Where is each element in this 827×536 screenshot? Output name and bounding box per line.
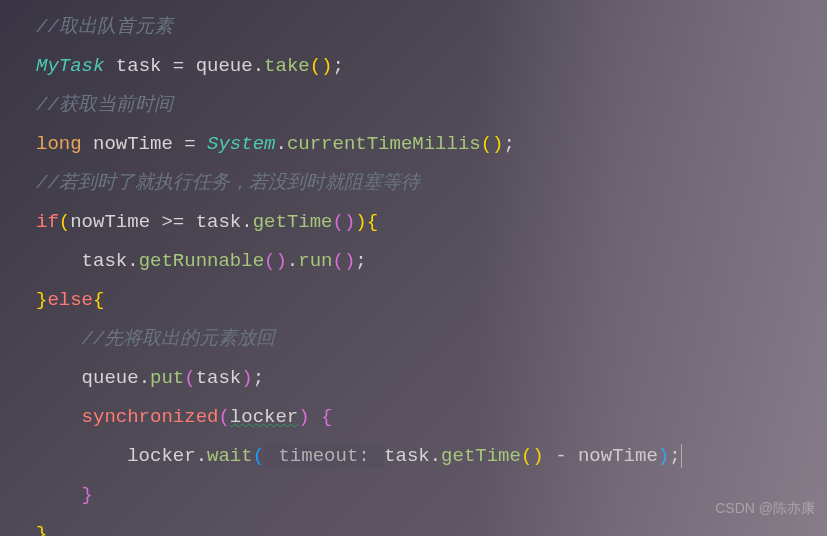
text-cursor	[681, 444, 682, 468]
semicolon: ;	[355, 250, 366, 272]
code-line-6[interactable]: if(nowTime >= task.getTime()){	[36, 203, 827, 242]
argument: task	[384, 445, 430, 467]
variable-name: nowTime	[567, 445, 658, 467]
variable-name: nowTime	[70, 211, 161, 233]
method-name: getRunnable	[139, 250, 264, 272]
dot: .	[139, 367, 150, 389]
code-line-8[interactable]: }else{	[36, 281, 827, 320]
variable-name: nowTime	[82, 133, 185, 155]
watermark-text: CSDN @陈亦康	[715, 489, 815, 528]
code-line-7[interactable]: task.getRunnable().run();	[36, 242, 827, 281]
paren-close: )	[658, 445, 669, 467]
argument: task	[196, 367, 242, 389]
variable-name: task	[104, 55, 172, 77]
brace-open: {	[321, 406, 332, 428]
variable-name: task	[82, 250, 128, 272]
comment-text: //获取当前时间	[36, 94, 173, 116]
space	[544, 445, 555, 467]
paren-open: (	[184, 367, 195, 389]
brace-close: }	[36, 523, 47, 536]
paren-open: (	[253, 445, 264, 467]
parentheses: ()	[521, 445, 544, 467]
code-line-1[interactable]: //取出队首元素	[36, 8, 827, 47]
variable-name: locker	[127, 445, 195, 467]
parentheses: ()	[481, 133, 504, 155]
paren-close: )	[298, 406, 309, 428]
paren-open: (	[59, 211, 70, 233]
code-line-11[interactable]: synchronized(locker) {	[36, 398, 827, 437]
dot: .	[196, 445, 207, 467]
paren-close: )	[241, 367, 252, 389]
dot: .	[430, 445, 441, 467]
dot: .	[275, 133, 286, 155]
comment-text: //若到时了就执行任务，若没到时就阻塞等待	[36, 172, 420, 194]
dot: .	[253, 55, 264, 77]
code-line-10[interactable]: queue.put(task);	[36, 359, 827, 398]
space	[196, 133, 207, 155]
semicolon: ;	[504, 133, 515, 155]
method-name: run	[298, 250, 332, 272]
method-name: getTime	[253, 211, 333, 233]
variable-name: task	[184, 211, 241, 233]
operator: >=	[161, 211, 184, 233]
class-name: System	[207, 133, 275, 155]
operator: =	[173, 55, 184, 77]
semicolon: ;	[253, 367, 264, 389]
brace-open: {	[93, 289, 104, 311]
code-line-13[interactable]: }	[36, 476, 827, 515]
semicolon: ;	[669, 445, 680, 467]
variable-name: queue	[184, 55, 252, 77]
method-name: put	[150, 367, 184, 389]
dot: .	[287, 250, 298, 272]
keyword: long	[36, 133, 82, 155]
parentheses: ()	[310, 55, 333, 77]
code-line-14[interactable]: }	[36, 515, 827, 536]
method-name: take	[264, 55, 310, 77]
variable-locker: locker	[230, 406, 298, 428]
code-line-4[interactable]: long nowTime = System.currentTimeMillis(…	[36, 125, 827, 164]
semicolon: ;	[333, 55, 344, 77]
method-name: getTime	[441, 445, 521, 467]
keyword-else: else	[47, 289, 93, 311]
code-line-5[interactable]: //若到时了就执行任务，若没到时就阻塞等待	[36, 164, 827, 203]
variable-name: queue	[82, 367, 139, 389]
parentheses: ()	[333, 211, 356, 233]
parentheses: ()	[264, 250, 287, 272]
dot: .	[241, 211, 252, 233]
type-name: MyTask	[36, 55, 104, 77]
code-line-9[interactable]: //先将取出的元素放回	[36, 320, 827, 359]
code-line-3[interactable]: //获取当前时间	[36, 86, 827, 125]
code-line-2[interactable]: MyTask task = queue.take();	[36, 47, 827, 86]
paren-open: (	[218, 406, 229, 428]
method-name: currentTimeMillis	[287, 133, 481, 155]
dot: .	[127, 250, 138, 272]
brace-close: }	[36, 289, 47, 311]
operator: =	[184, 133, 195, 155]
keyword-synchronized: synchronized	[82, 406, 219, 428]
comment-text: //先将取出的元素放回	[82, 328, 276, 350]
paren-close: )	[355, 211, 366, 233]
brace-close: }	[82, 484, 93, 506]
parameter-hint: timeout:	[264, 444, 384, 468]
comment-text: //取出队首元素	[36, 16, 173, 38]
space	[310, 406, 321, 428]
keyword-if: if	[36, 211, 59, 233]
method-name: wait	[207, 445, 253, 467]
code-line-12[interactable]: locker.wait( timeout: task.getTime() - n…	[36, 437, 827, 476]
parentheses: ()	[332, 250, 355, 272]
brace-open: {	[367, 211, 378, 233]
operator: -	[555, 445, 566, 467]
